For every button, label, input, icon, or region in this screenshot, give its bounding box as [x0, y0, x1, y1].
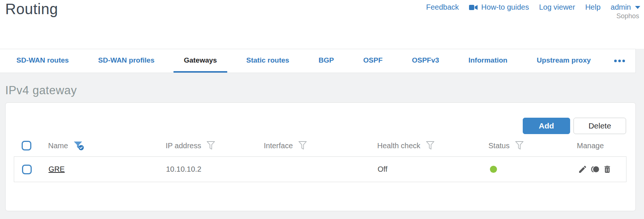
section-heading: IPv4 gateway [5, 84, 77, 97]
page-title: Routing [5, 1, 58, 18]
column-interface-label: Interface [264, 142, 293, 150]
clone-button[interactable] [590, 165, 600, 174]
row-ip-cell: 10.10.10.2 [166, 165, 264, 174]
status-green-dot-icon [490, 166, 497, 173]
nav-feedback[interactable]: Feedback [426, 3, 459, 12]
header-select-cell [14, 141, 48, 150]
tab-static-routes[interactable]: Static routes [236, 49, 300, 73]
video-camera-icon [469, 4, 478, 10]
column-health-check: Health check [377, 141, 488, 150]
name-filter-active-icon[interactable] [73, 140, 84, 151]
tab-upstream-proxy[interactable]: Upstream proxy [526, 49, 601, 73]
nav-log-viewer[interactable]: Log viewer [539, 3, 575, 12]
nav-how-to-guides[interactable]: How-to guides [469, 3, 529, 12]
select-all-checkbox[interactable] [22, 141, 31, 150]
tab-label: OSPF [363, 56, 383, 64]
column-ip-address-label: IP address [166, 142, 201, 150]
edit-button[interactable] [578, 165, 587, 174]
brand-label: Sophos [616, 12, 639, 20]
caret-down-icon [635, 6, 640, 9]
delete-button[interactable]: Delete [573, 118, 626, 134]
tab-label: OSPFv3 [412, 56, 439, 64]
tab-label: SD-WAN profiles [98, 56, 154, 64]
column-manage-label: Manage [577, 142, 604, 150]
tab-sd-wan-profiles[interactable]: SD-WAN profiles [88, 49, 165, 73]
ip-address-filter-icon[interactable] [206, 141, 215, 150]
row-name-cell: GRE [49, 165, 166, 174]
tab-ospfv3[interactable]: OSPFv3 [401, 49, 450, 73]
row-manage-cell [577, 165, 627, 174]
tab-bgp[interactable]: BGP [308, 49, 344, 73]
tab-bar: SD-WAN routes SD-WAN profiles Gateways S… [0, 49, 636, 73]
top-header: Routing Feedback How-to guides Log viewe… [0, 0, 644, 49]
tab-label: Gateways [184, 56, 217, 64]
tab-sd-wan-routes[interactable]: SD-WAN routes [6, 49, 79, 73]
interface-filter-icon[interactable] [298, 141, 307, 150]
column-interface: Interface [264, 141, 377, 150]
row-status-cell [489, 166, 577, 173]
tab-label: Static routes [246, 56, 289, 64]
tab-label: Information [468, 56, 507, 64]
table-row: GRE 10.10.10.2 Off [14, 157, 626, 182]
column-health-check-label: Health check [377, 142, 421, 150]
add-button[interactable]: Add [523, 118, 570, 134]
column-name-label: Name [48, 142, 68, 150]
top-nav: Feedback How-to guides Log viewer Help a… [426, 3, 640, 12]
nav-admin-menu[interactable]: admin [611, 3, 640, 12]
nav-log-viewer-label: Log viewer [539, 3, 575, 12]
table-body: GRE 10.10.10.2 Off [14, 156, 626, 182]
row-health-check-cell: Off [378, 165, 489, 174]
nav-help-label: Help [585, 3, 600, 12]
gateway-card: Add Delete Name IP address Interface [5, 102, 636, 211]
more-tabs-icon[interactable] [610, 49, 629, 73]
tab-ospf[interactable]: OSPF [353, 49, 393, 73]
column-name: Name [48, 140, 166, 151]
column-status-label: Status [488, 142, 510, 150]
gateway-name-link[interactable]: GRE [49, 165, 65, 174]
table-header: Name IP address Interface Health check [14, 135, 626, 156]
toolbar: Add Delete [523, 118, 626, 134]
tab-information[interactable]: Information [458, 49, 518, 73]
column-status: Status [488, 141, 577, 150]
nav-help[interactable]: Help [585, 3, 600, 12]
nav-how-to-guides-label: How-to guides [481, 3, 529, 12]
column-ip-address: IP address [166, 141, 264, 150]
tab-label: SD-WAN routes [16, 56, 69, 64]
delete-row-button[interactable] [603, 165, 612, 174]
tab-label: Upstream proxy [537, 56, 591, 64]
tab-label: BGP [319, 56, 334, 64]
status-filter-icon[interactable] [515, 141, 524, 150]
nav-feedback-label: Feedback [426, 3, 459, 12]
nav-admin-label: admin [611, 3, 631, 12]
health-check-filter-icon[interactable] [426, 141, 435, 150]
row-checkbox[interactable] [22, 165, 32, 174]
column-manage: Manage [577, 142, 626, 150]
row-select-cell [14, 165, 49, 174]
tab-gateways[interactable]: Gateways [173, 49, 228, 73]
